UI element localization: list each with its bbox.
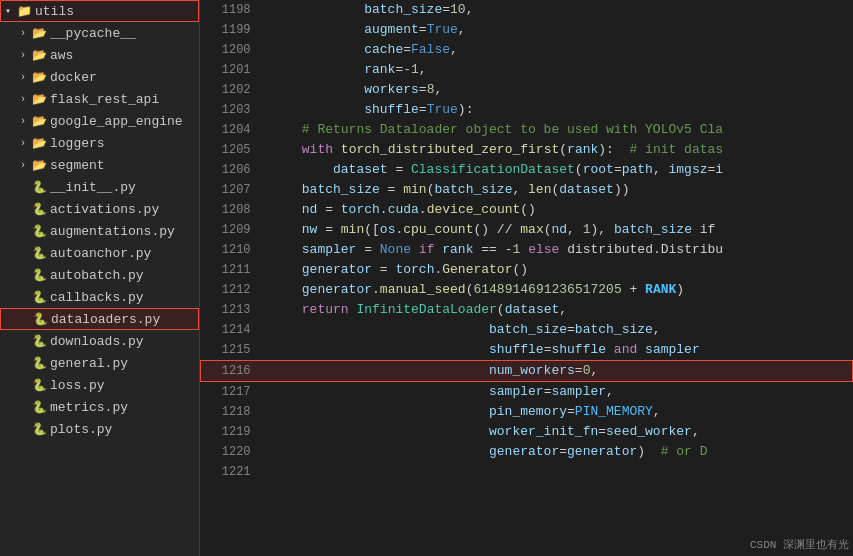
file-icon: 🐍 (33, 312, 48, 327)
line-content: generator=generator) # or D (263, 442, 853, 462)
line-number: 1205 (201, 140, 263, 160)
sidebar-item-callbacks.py[interactable]: 🐍callbacks.py (0, 286, 199, 308)
line-number: 1213 (201, 300, 263, 320)
folder-icon: 📂 (32, 92, 47, 107)
sidebar-item-autoanchor.py[interactable]: 🐍autoanchor.py (0, 242, 199, 264)
table-row: 1201 rank=-1, (201, 60, 853, 80)
line-content: rank=-1, (263, 60, 853, 80)
table-row: 1219 worker_init_fn=seed_worker, (201, 422, 853, 442)
line-content: workers=8, (263, 80, 853, 100)
line-content: cache=False, (263, 40, 853, 60)
line-content: sampler=sampler, (263, 382, 853, 403)
line-number: 1209 (201, 220, 263, 240)
line-number: 1210 (201, 240, 263, 260)
sidebar-item-label: flask_rest_api (50, 92, 159, 107)
folder-icon: 📂 (32, 158, 47, 173)
line-number: 1221 (201, 462, 263, 482)
table-row: 1212 generator.manual_seed(6148914691236… (201, 280, 853, 300)
sidebar-item-plots.py[interactable]: 🐍plots.py (0, 418, 199, 440)
sidebar-item-loggers[interactable]: ›📂loggers (0, 132, 199, 154)
chevron-icon: › (20, 116, 32, 127)
file-icon: 🐍 (32, 180, 47, 195)
line-number: 1218 (201, 402, 263, 422)
chevron-icon: › (20, 50, 32, 61)
sidebar-item-label: plots.py (50, 422, 112, 437)
sidebar-item-general.py[interactable]: 🐍general.py (0, 352, 199, 374)
sidebar-item-__pycache__[interactable]: ›📂__pycache__ (0, 22, 199, 44)
sidebar-item-label: loss.py (50, 378, 105, 393)
line-number: 1206 (201, 160, 263, 180)
sidebar-item-docker[interactable]: ›📂docker (0, 66, 199, 88)
sidebar-item-metrics.py[interactable]: 🐍metrics.py (0, 396, 199, 418)
table-row: 1213 return InfiniteDataLoader(dataset, (201, 300, 853, 320)
sidebar-item-label: google_app_engine (50, 114, 183, 129)
file-icon: 🐍 (32, 224, 47, 239)
sidebar-item-label: augmentations.py (50, 224, 175, 239)
line-number: 1204 (201, 120, 263, 140)
line-number: 1207 (201, 180, 263, 200)
line-number: 1200 (201, 40, 263, 60)
sidebar-item-dataloaders.py[interactable]: 🐍dataloaders.py (0, 308, 199, 330)
table-row: 1203 shuffle=True): (201, 100, 853, 120)
line-number: 1211 (201, 260, 263, 280)
file-icon: 🐍 (32, 356, 47, 371)
line-number: 1199 (201, 20, 263, 40)
table-row: 1218 pin_memory=PIN_MEMORY, (201, 402, 853, 422)
sidebar-item-augmentations.py[interactable]: 🐍augmentations.py (0, 220, 199, 242)
sidebar-item-label: utils (35, 4, 74, 19)
sidebar-item-activations.py[interactable]: 🐍activations.py (0, 198, 199, 220)
table-row: 1198 batch_size=10, (201, 0, 853, 20)
sidebar-item-label: aws (50, 48, 73, 63)
line-number: 1203 (201, 100, 263, 120)
sidebar-item-flask_rest_api[interactable]: ›📂flask_rest_api (0, 88, 199, 110)
line-number: 1217 (201, 382, 263, 403)
sidebar-item-__init__.py[interactable]: 🐍__init__.py (0, 176, 199, 198)
line-content: pin_memory=PIN_MEMORY, (263, 402, 853, 422)
sidebar-item-label: __init__.py (50, 180, 136, 195)
table-row: 1210 sampler = None if rank == -1 else d… (201, 240, 853, 260)
line-content: augment=True, (263, 20, 853, 40)
chevron-icon: › (20, 28, 32, 39)
sidebar-item-downloads.py[interactable]: 🐍downloads.py (0, 330, 199, 352)
folder-icon: 📂 (32, 26, 47, 41)
table-row: 1214 batch_size=batch_size, (201, 320, 853, 340)
line-content: nw = min([os.cpu_count() // max(nd, 1), … (263, 220, 853, 240)
line-content (263, 462, 853, 482)
chevron-icon: › (20, 72, 32, 83)
sidebar-item-loss.py[interactable]: 🐍loss.py (0, 374, 199, 396)
line-number: 1219 (201, 422, 263, 442)
sidebar-item-utils[interactable]: ▾📁utils (0, 0, 199, 22)
file-icon: 🐍 (32, 246, 47, 261)
table-row: 1217 sampler=sampler, (201, 382, 853, 403)
line-number: 1212 (201, 280, 263, 300)
sidebar-item-aws[interactable]: ›📂aws (0, 44, 199, 66)
table-row: 1207 batch_size = min(batch_size, len(da… (201, 180, 853, 200)
code-table: 1198 batch_size=10,1199 augment=True,120… (200, 0, 853, 482)
file-icon: 🐍 (32, 400, 47, 415)
sidebar-item-segment[interactable]: ›📂segment (0, 154, 199, 176)
table-row: 1215 shuffle=shuffle and sampler (201, 340, 853, 361)
sidebar-item-label: __pycache__ (50, 26, 136, 41)
line-number: 1202 (201, 80, 263, 100)
line-number: 1220 (201, 442, 263, 462)
line-number: 1201 (201, 60, 263, 80)
chevron-icon: ▾ (5, 5, 17, 17)
line-content: # Returns Dataloader object to be used w… (263, 120, 853, 140)
line-number: 1216 (201, 361, 263, 382)
file-icon: 🐍 (32, 334, 47, 349)
sidebar-item-google_app_engine[interactable]: ›📂google_app_engine (0, 110, 199, 132)
line-number: 1208 (201, 200, 263, 220)
code-editor: 1198 batch_size=10,1199 augment=True,120… (200, 0, 853, 556)
table-row: 1220 generator=generator) # or D (201, 442, 853, 462)
line-content: num_workers=0, (263, 361, 853, 382)
line-content: batch_size = min(batch_size, len(dataset… (263, 180, 853, 200)
chevron-icon: › (20, 94, 32, 105)
sidebar-item-label: general.py (50, 356, 128, 371)
watermark: CSDN 深渊里也有光 (750, 537, 849, 552)
line-content: dataset = ClassificationDataset(root=pat… (263, 160, 853, 180)
folder-icon: 📂 (32, 136, 47, 151)
file-explorer: ▾📁utils›📂__pycache__›📂aws›📂docker›📂flask… (0, 0, 200, 556)
sidebar-item-label: docker (50, 70, 97, 85)
line-content: batch_size=batch_size, (263, 320, 853, 340)
sidebar-item-autobatch.py[interactable]: 🐍autobatch.py (0, 264, 199, 286)
